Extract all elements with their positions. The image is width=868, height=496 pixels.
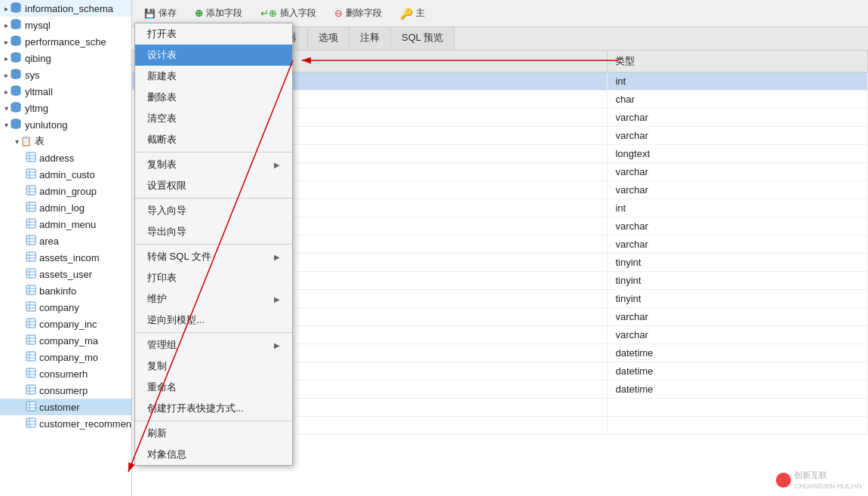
sidebar-item-company_mo[interactable]: company_mo bbox=[0, 349, 131, 365]
sidebar-item-label: 表 bbox=[35, 134, 45, 148]
sidebar-item-information_schema[interactable]: ▸ information_schema bbox=[0, 0, 131, 17]
chevron-down-icon: ▾ bbox=[5, 104, 8, 112]
menu-item-set_permissions[interactable]: 设置权限 bbox=[135, 175, 292, 196]
tab-comments[interactable]: 注释 bbox=[349, 27, 391, 50]
menu-item-object_info[interactable]: 对象信息 bbox=[135, 444, 292, 465]
menu-item-print_table[interactable]: 打印表 bbox=[135, 267, 292, 288]
menu-item-label: 导入向导 bbox=[147, 204, 186, 217]
chevron-right-icon: ▸ bbox=[5, 38, 8, 46]
table-icon bbox=[26, 218, 36, 231]
field-type-cell: varchar bbox=[608, 326, 868, 344]
svg-rect-27 bbox=[26, 219, 35, 228]
menu-item-reverse_to_model[interactable]: 逆向到模型... bbox=[135, 310, 292, 331]
sidebar-item-company_ma[interactable]: company_ma bbox=[0, 332, 131, 349]
field-type-cell bbox=[608, 417, 868, 435]
field-type-cell: varchar bbox=[608, 236, 868, 254]
sidebar-item-area[interactable]: area bbox=[0, 233, 131, 249]
add-field-button[interactable]: ⊕ 添加字段 bbox=[189, 5, 248, 22]
sidebar-item-consumerp[interactable]: consumerp bbox=[0, 382, 131, 399]
menu-item-label: 管理组 bbox=[147, 338, 177, 352]
field-type-cell: varchar bbox=[608, 217, 868, 236]
menu-item-copy[interactable]: 复制 bbox=[135, 356, 292, 377]
context-menu: 打开表设计表新建表删除表清空表截断表复制表▶设置权限导入向导导出向导转储 SQL… bbox=[134, 23, 293, 466]
field-type-cell: datetime bbox=[608, 362, 868, 380]
sidebar-item-admin_menu[interactable]: admin_menu bbox=[0, 216, 131, 233]
table-icon bbox=[26, 301, 36, 314]
menu-item-delete_table[interactable]: 删除表 bbox=[135, 87, 292, 108]
sidebar-item-qibing[interactable]: ▸ qibing bbox=[0, 50, 131, 66]
table-icon bbox=[26, 202, 36, 214]
delete-field-button[interactable]: ⊖ 删除字段 bbox=[328, 5, 388, 22]
add-field-icon: ⊕ bbox=[195, 8, 203, 19]
field-type-cell: varchar bbox=[608, 163, 868, 181]
sidebar-item-customer[interactable]: customer bbox=[0, 399, 131, 415]
svg-rect-15 bbox=[26, 169, 35, 178]
sidebar-item-label: consumerh bbox=[39, 368, 88, 380]
sidebar-item-admin_log[interactable]: admin_log bbox=[0, 199, 131, 216]
sidebar-item-mysql[interactable]: ▸ mysql bbox=[0, 17, 131, 33]
sidebar-item-company_inc[interactable]: company_inc bbox=[0, 316, 131, 332]
db-icon bbox=[10, 118, 22, 132]
sidebar-item-yunlutong[interactable]: ▾ yunlutong bbox=[0, 116, 131, 133]
table-icon bbox=[26, 285, 36, 297]
chevron-down-icon: ▾ bbox=[5, 121, 8, 129]
submenu-arrow-icon: ▶ bbox=[274, 341, 280, 350]
menu-item-import_wizard[interactable]: 导入向导 bbox=[135, 200, 292, 221]
sidebar-item-assets_user[interactable]: assets_user bbox=[0, 266, 131, 282]
menu-item-export_wizard[interactable]: 导出向导 bbox=[135, 221, 292, 242]
menu-item-refresh[interactable]: 刷新 bbox=[135, 423, 292, 444]
sidebar-item-bankinfo[interactable]: bankinfo bbox=[0, 282, 131, 299]
sidebar-item-customer_recommends[interactable]: customer_recommends bbox=[0, 415, 131, 432]
sidebar-item-address[interactable]: address bbox=[0, 149, 131, 166]
svg-rect-31 bbox=[26, 236, 35, 245]
menu-item-rename[interactable]: 重命名 bbox=[135, 377, 292, 398]
menu-item-new_table[interactable]: 新建表 bbox=[135, 66, 292, 87]
menu-item-maintenance[interactable]: 维护▶ bbox=[135, 288, 292, 310]
menu-item-truncate_table[interactable]: 截断表 bbox=[135, 129, 292, 150]
sidebar-item-admin_group[interactable]: admin_group bbox=[0, 183, 131, 199]
table-icon bbox=[26, 235, 36, 248]
sidebar-item-sys[interactable]: ▸ sys bbox=[0, 66, 131, 83]
menu-item-copy_table[interactable]: 复制表▶ bbox=[135, 154, 292, 175]
svg-rect-55 bbox=[26, 335, 35, 344]
menu-item-transfer_sql[interactable]: 转储 SQL 文件▶ bbox=[135, 246, 292, 267]
menu-item-manage_group[interactable]: 管理组▶ bbox=[135, 334, 292, 356]
table-icon bbox=[26, 384, 36, 397]
menu-item-design_table[interactable]: 设计表 bbox=[135, 45, 292, 66]
sidebar-item-performance_sche[interactable]: ▸ performance_sche bbox=[0, 33, 131, 50]
sidebar-item-label: customer_recommends bbox=[39, 418, 131, 430]
menu-item-create_shortcut[interactable]: 创建打开表快捷方式... bbox=[135, 398, 292, 419]
sidebar-item-label: address bbox=[39, 152, 74, 164]
chevron-right-icon: ▸ bbox=[5, 71, 8, 79]
tab-options[interactable]: 选项 bbox=[308, 27, 349, 50]
field-type-cell bbox=[608, 399, 868, 417]
sidebar: ▸ information_schema▸ mysql▸ performance… bbox=[0, 0, 132, 496]
menu-item-clear_table[interactable]: 清空表 bbox=[135, 108, 292, 129]
table-icon bbox=[26, 417, 36, 430]
sidebar-item-tables_group[interactable]: ▾📋表 bbox=[0, 133, 131, 149]
sidebar-item-admin_custo[interactable]: admin_custo bbox=[0, 166, 131, 183]
menu-item-label: 转储 SQL 文件 bbox=[147, 250, 211, 263]
menu-item-label: 设置权限 bbox=[147, 179, 186, 193]
sidebar-item-yltmg[interactable]: ▾ yltmg bbox=[0, 100, 131, 116]
menu-item-label: 创建打开表快捷方式... bbox=[147, 402, 244, 415]
submenu-arrow-icon: ▶ bbox=[274, 161, 280, 169]
sidebar-item-company[interactable]: company bbox=[0, 299, 131, 316]
submenu-arrow-icon: ▶ bbox=[274, 253, 280, 261]
table-icon bbox=[26, 168, 36, 181]
sidebar-item-assets_incom[interactable]: assets_incom bbox=[0, 249, 131, 266]
field-type-cell: int bbox=[608, 199, 868, 217]
menu-item-open_table[interactable]: 打开表 bbox=[135, 23, 292, 45]
field-type-cell: longtext bbox=[608, 145, 868, 163]
sidebar-item-yltmall[interactable]: ▸ yltmall bbox=[0, 83, 131, 100]
insert-field-button[interactable]: ↵⊕ 插入字段 bbox=[254, 5, 322, 22]
tab-sql_preview[interactable]: SQL 预览 bbox=[391, 27, 454, 50]
save-button[interactable]: 💾 保存 bbox=[138, 5, 183, 22]
table-icon bbox=[26, 401, 36, 414]
sidebar-item-consumerh[interactable]: consumerh bbox=[0, 365, 131, 382]
sidebar-item-label: assets_user bbox=[39, 269, 92, 280]
db-icon bbox=[10, 101, 22, 116]
menu-item-label: 对象信息 bbox=[147, 448, 186, 461]
sidebar-item-label: admin_custo bbox=[39, 169, 95, 180]
key-button[interactable]: 🔑 主 bbox=[394, 5, 431, 22]
